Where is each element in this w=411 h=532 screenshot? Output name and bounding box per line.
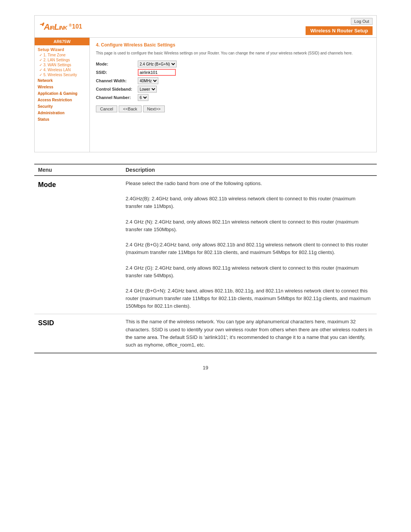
sidebar-setup-wizard-heading[interactable]: Setup Wizard bbox=[35, 45, 89, 53]
channel-width-label: Channel Width: bbox=[96, 78, 138, 83]
sidebar-item-wireless-security[interactable]: ✓ 5. Wireless Security bbox=[35, 72, 89, 77]
checkmark-icon: ✓ bbox=[39, 58, 42, 62]
config-desc: This page is used to configure the basic… bbox=[96, 51, 370, 56]
logout-button[interactable]: Log Out bbox=[351, 18, 373, 25]
mode-desc-p4: 2.4 GHz (B+G):2.4GHz band, only allows 8… bbox=[126, 241, 373, 256]
col-menu-header: Menu bbox=[34, 164, 122, 176]
sidebar-item-lan-settings[interactable]: ✓ 2. LAN Settings bbox=[35, 58, 89, 62]
sidebar-item-label: 4. Wireless LAN bbox=[43, 68, 71, 72]
channel-number-select[interactable]: 6 bbox=[138, 94, 148, 101]
channel-width-row: Channel Width: 40MHz bbox=[96, 77, 370, 84]
menu-ssid-label: SSID bbox=[34, 314, 122, 353]
control-sideband-label: Control Sideband: bbox=[96, 87, 138, 91]
ssid-row: SSID: bbox=[96, 69, 370, 76]
sidebar-item-application-gaming[interactable]: Application & Gaming bbox=[35, 90, 89, 97]
menu-mode-label: Mode bbox=[34, 176, 122, 314]
sidebar-item-label: 3. WAN Settings bbox=[43, 63, 71, 67]
sidebar-item-administration[interactable]: Administration bbox=[35, 110, 89, 116]
ssid-input[interactable] bbox=[138, 69, 176, 76]
sidebar-item-security[interactable]: Security bbox=[35, 103, 89, 110]
header-right: Log Out Wireless N Router Setup bbox=[306, 18, 373, 35]
col-desc-header: Description bbox=[122, 164, 377, 176]
router-ui-box: 𝀀 AIRLINK ® 101 Log Out Wireless N Route… bbox=[34, 15, 377, 152]
checkmark-icon: ✓ bbox=[39, 73, 42, 77]
mode-desc-p2: 2.4GHz(B): 2.4GHz band, only allows 802.… bbox=[126, 195, 373, 210]
sidebar-item-wan-settings[interactable]: ✓ 3. WAN Settings bbox=[35, 62, 89, 67]
button-row: Cancel <<Back Next>> bbox=[96, 105, 370, 112]
header-title: Wireless N Router Setup bbox=[306, 26, 373, 35]
menu-mode-desc: Please select the radio band from one of… bbox=[122, 176, 377, 314]
logo-area: 𝀀 AIRLINK ® 101 bbox=[38, 21, 82, 32]
channel-number-row: Channel Number: 6 bbox=[96, 94, 370, 101]
router-body: AR675W Setup Wizard ✓ 1. Time Zone ✓ 2. … bbox=[35, 38, 376, 152]
sidebar-item-access-restriction[interactable]: Access Restriction bbox=[35, 97, 89, 103]
cancel-button[interactable]: Cancel bbox=[96, 105, 117, 112]
mode-desc-p3: 2.4 GHz (N): 2.4GHz band, only allows 80… bbox=[126, 218, 373, 233]
back-button[interactable]: <<Back bbox=[119, 105, 141, 112]
mode-select[interactable]: 2.4 GHz (B+G+N) bbox=[138, 61, 177, 67]
config-title: 4. Configure Wireless Basic Settings bbox=[96, 42, 370, 48]
sidebar-model: AR675W bbox=[35, 38, 89, 45]
table-row-mode: Mode Please select the radio band from o… bbox=[34, 176, 377, 314]
mode-label: Mode: bbox=[96, 62, 138, 66]
config-form: Mode: 2.4 GHz (B+G+N) SSID: Channel Widt… bbox=[96, 61, 370, 101]
control-sideband-row: Control Sideband: Lower bbox=[96, 86, 370, 93]
sidebar: AR675W Setup Wizard ✓ 1. Time Zone ✓ 2. … bbox=[35, 38, 90, 152]
mode-desc-p5: 2.4 GHz (G): 2.4GHz band, only allows 80… bbox=[126, 264, 373, 280]
checkmark-icon: ✓ bbox=[39, 53, 42, 57]
menu-ssid-desc: This is the name of the wireless network… bbox=[122, 314, 377, 353]
description-table: Menu Description Mode Please select the … bbox=[34, 164, 377, 353]
page-number: 19 bbox=[34, 365, 377, 371]
table-row-ssid: SSID This is the name of the wireless ne… bbox=[34, 314, 377, 353]
mode-row: Mode: 2.4 GHz (B+G+N) bbox=[96, 61, 370, 67]
sidebar-item-wireless-lan[interactable]: ✓ 4. Wireless LAN bbox=[35, 67, 89, 72]
channel-width-select[interactable]: 40MHz bbox=[138, 77, 158, 84]
channel-number-label: Channel Number: bbox=[96, 95, 138, 100]
main-content: 4. Configure Wireless Basic Settings Thi… bbox=[90, 38, 376, 152]
sidebar-item-wireless[interactable]: Wireless bbox=[35, 84, 89, 90]
sidebar-item-status[interactable]: Status bbox=[35, 116, 89, 123]
control-sideband-select[interactable]: Lower bbox=[138, 86, 157, 93]
logo-101: 101 bbox=[72, 23, 82, 30]
sidebar-item-label: 1. Time Zone bbox=[43, 53, 65, 57]
sidebar-item-time-zone[interactable]: ✓ 1. Time Zone bbox=[35, 53, 89, 58]
sidebar-item-network[interactable]: Network bbox=[35, 77, 89, 84]
router-header: 𝀀 AIRLINK ® 101 Log Out Wireless N Route… bbox=[35, 16, 376, 38]
next-button[interactable]: Next>> bbox=[143, 105, 165, 112]
sidebar-item-label: 2. LAN Settings bbox=[43, 58, 70, 62]
checkmark-icon: ✓ bbox=[39, 63, 42, 67]
logo: 𝀀 AIRLINK ® bbox=[38, 21, 71, 32]
mode-desc-p6: 2.4 GHz (B+G+N): 2.4GHz band, allows 802… bbox=[126, 287, 373, 310]
ssid-label: SSID: bbox=[96, 70, 138, 75]
mode-desc-p1: Please select the radio band from one of… bbox=[126, 180, 373, 187]
sidebar-item-label: 5. Wireless Security bbox=[43, 73, 77, 77]
checkmark-icon: ✓ bbox=[39, 68, 42, 72]
